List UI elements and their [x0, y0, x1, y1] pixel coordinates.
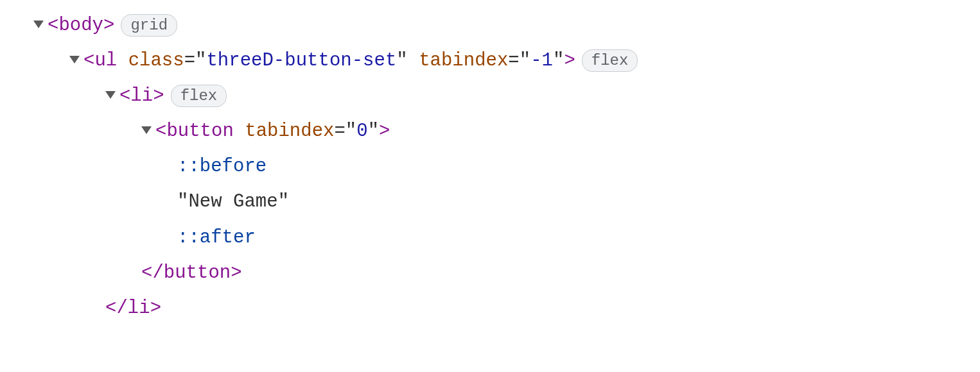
tag-close-bracket: >: [379, 114, 390, 149]
dom-node-ul[interactable]: <ul class="threeD-button-set" tabindex="…: [13, 43, 967, 78]
pseudo-element-label: ::after: [177, 220, 256, 255]
expand-toggle-icon[interactable]: [33, 21, 44, 28]
attr-name-tabindex: tabindex: [419, 43, 508, 78]
text-node[interactable]: "New Game": [13, 184, 967, 219]
dom-node-button-close[interactable]: </button>: [13, 255, 967, 291]
attr-value-tabindex: -1: [530, 43, 553, 78]
tag-name: ul: [94, 43, 117, 78]
dom-node-li[interactable]: <li> flex: [13, 78, 967, 114]
attr-eq: =": [334, 114, 356, 149]
tag-name: body: [58, 8, 103, 43]
tag-open-bracket: <: [48, 8, 58, 43]
tag-open-bracket: <: [119, 78, 130, 114]
layout-badge-flex[interactable]: flex: [582, 49, 638, 72]
tag-name: li: [130, 78, 153, 114]
layout-badge-grid[interactable]: grid: [121, 14, 177, 37]
attr-end: ": [368, 114, 379, 149]
pseudo-before[interactable]: ::before: [13, 149, 967, 184]
expand-toggle-icon[interactable]: [105, 91, 116, 99]
tag-close-bracket: >: [103, 8, 114, 43]
tag-close-close-bracket: >: [231, 255, 241, 291]
text-content: "New Game": [177, 184, 289, 219]
tag-close-bracket: >: [153, 78, 164, 114]
layout-badge-flex[interactable]: flex: [171, 85, 227, 107]
dom-node-body[interactable]: <body> grid: [13, 8, 967, 43]
attr-eq: =": [184, 43, 207, 78]
dom-node-button[interactable]: <button tabindex="0">: [13, 114, 967, 149]
attr-value-tabindex: 0: [356, 114, 367, 149]
expand-toggle-icon[interactable]: [69, 56, 80, 63]
tag-name: button: [166, 114, 233, 149]
tag-name: li: [128, 291, 150, 326]
attr-end: ": [396, 43, 407, 78]
tag-close-open-bracket: </: [105, 291, 128, 326]
pseudo-after[interactable]: ::after: [13, 220, 967, 255]
tag-close-bracket: >: [564, 43, 575, 78]
attr-name-tabindex: tabindex: [245, 114, 334, 149]
attr-end: ": [553, 43, 564, 78]
pseudo-element-label: ::before: [177, 149, 267, 184]
expand-toggle-icon[interactable]: [141, 126, 152, 134]
dom-node-li-close[interactable]: </li>: [13, 291, 967, 326]
attr-name-class: class: [128, 43, 184, 78]
attr-value-class: threeD-button-set: [206, 43, 396, 78]
tag-open-bracket: <: [155, 114, 166, 149]
tag-name: button: [164, 255, 231, 291]
tag-open-bracket: <: [83, 43, 94, 78]
attr-eq: =": [508, 43, 530, 78]
tag-close-open-bracket: </: [141, 255, 164, 291]
tag-close-close-bracket: >: [150, 291, 161, 326]
